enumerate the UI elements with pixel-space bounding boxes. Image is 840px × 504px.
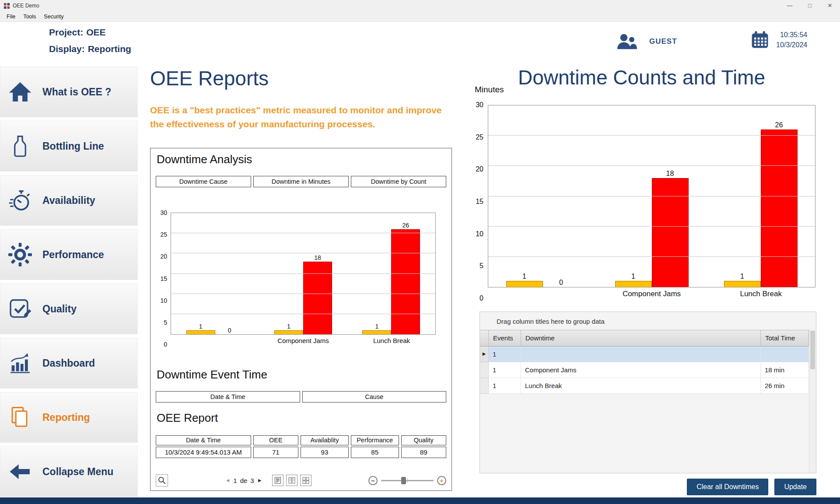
sidebar-item-label: Quality [42,303,77,315]
sidebar-item-performance[interactable]: Performance [0,229,138,280]
bar-value-label: 1 [199,323,203,330]
cell-downtime: Component Jams [521,362,761,378]
gridline [488,196,815,196]
clear-all-downtimes-button[interactable]: Clear all Downtimes [687,479,768,495]
cell-events: 1 [489,378,521,394]
downtime-in-minutes-bar [652,178,689,287]
display-line: Display:Reporting [49,44,131,54]
minimize-button[interactable]: — [780,0,800,11]
y-axis-label: Minutes [475,85,504,94]
column-header-date-time: Date & Time [156,435,251,445]
sidebar-item-what-is-oee[interactable]: What is OEE ? [0,66,138,117]
zoom-slider-thumb[interactable] [401,477,406,484]
cell-events: 1 [489,346,521,362]
previous-page-icon[interactable]: ◄ [225,477,230,483]
single-page-view-button[interactable] [272,475,284,486]
bar-wrap: 1 [362,213,391,334]
bar-wrap: 1 [724,105,761,287]
title-bar: OEE Demo — □ ✕ [0,0,840,11]
grid-scrollbar[interactable] [809,329,816,473]
sidebar-item-reporting[interactable]: Reporting [0,392,138,443]
cell-downtime: Lunch Break [521,378,761,394]
user-name: GUEST [649,37,677,46]
zoom-in-button[interactable]: + [437,476,446,485]
menu-security[interactable]: Security [40,11,67,22]
bar-group: 10 [488,105,597,287]
x-axis-category-label [488,287,597,298]
report-search-button[interactable] [156,474,168,486]
app-icon [4,3,10,9]
two-page-view-button[interactable] [286,475,298,486]
column-header-oee: OEE [253,435,298,445]
downtime-by-count-bar [186,330,215,334]
chart-plot-area: 10118126 [171,213,436,335]
window-title: OEE Demo [13,3,39,9]
bar-value-label: 0 [228,327,231,334]
total-pages: 3 [250,477,254,484]
bar-value-label: 18 [314,254,321,261]
zoom-controls: − + [368,476,446,485]
sidebar-item-bottling-line[interactable]: Bottling Line [0,121,138,172]
collapse-arrow-icon [7,462,34,481]
app-header: Project:OEE Display:Reporting GUEST [0,22,840,66]
zoom-slider[interactable] [381,476,434,485]
multi-page-view-button[interactable] [300,475,312,486]
main-content: OEE Reports OEE is a "best practices" me… [138,66,840,497]
column-header-downtime[interactable]: Downtime [521,330,761,346]
y-axis-tick-label: 15 [476,198,483,206]
sidebar-item-availability[interactable]: Availability [0,175,138,226]
column-header-downtime-count: Downtime by Count [351,176,446,187]
time-display: 10:35:54 10/3/2024 [776,30,807,50]
cell-total-time: 18 min [761,362,809,378]
downtime-by-count-bar [615,281,652,287]
gridline [488,135,815,136]
cell-quality: 89 [401,447,446,458]
single-page-icon [274,477,281,484]
next-page-icon[interactable]: ► [257,477,262,483]
chart-plot-wrap: 10118126 Component JamsLunch Break [171,213,436,344]
downtime-by-count-bar [506,281,543,287]
two-page-icon [288,477,295,484]
downtime-bar-chart-large: 051015202530 10118126 Component JamsLunc… [473,105,816,298]
display-value: Reporting [88,44,131,54]
downtime-pane: Downtime Counts and Time Minutes 0510152… [461,66,840,497]
y-axis-tick-label: 25 [476,133,483,141]
maximize-button[interactable]: □ [800,0,820,11]
grid-row[interactable]: 1 Component Jams 18 min [480,362,809,378]
zoom-out-button[interactable]: − [368,476,378,485]
column-header-events[interactable]: Events [489,330,521,346]
grid-row[interactable]: 1 Lunch Break 26 min [480,378,809,394]
bar-group: 126 [706,105,815,287]
chart-x-axis: Component JamsLunch Break [488,287,816,298]
bar-value-label: 1 [740,273,744,280]
column-header-downtime-cause: Downtime Cause [156,176,251,187]
display-label: Display: [49,44,85,54]
bar-wrap: 1 [274,213,303,334]
cell-date-time: 10/3/2024 9:49:54.013 AM [156,447,251,458]
sidebar-item-quality[interactable]: Quality [0,284,138,334]
grid-row[interactable]: ▶ 1 [480,346,809,362]
quality-check-icon [7,297,34,321]
downtime-event-time-title: Downtime Event Time [157,368,446,382]
group-by-hint: Drag column titles here to group data [480,312,816,330]
x-axis-category-label: Component Jams [597,287,707,298]
sidebar-item-collapse-menu[interactable]: Collapse Menu [0,446,138,497]
menu-tools[interactable]: Tools [19,11,40,22]
bar-wrap: 1 [186,213,215,334]
scrollbar-thumb[interactable] [810,331,815,369]
y-axis-tick-label: 5 [164,319,167,326]
update-button[interactable]: Update [774,479,816,495]
menu-file[interactable]: File [3,11,19,22]
zoom-slider-midtick [407,478,408,483]
gridline [171,253,435,253]
gridline [171,233,435,233]
column-header-performance: Performance [351,435,399,445]
close-button[interactable]: ✕ [820,0,840,11]
sidebar-item-dashboard[interactable]: Dashboard [0,338,138,388]
status-strip [0,497,840,504]
column-header-total-time[interactable]: Total Time [761,330,809,346]
project-line: Project:OEE [49,27,106,38]
current-row-pointer-icon: ▶ [483,351,486,356]
bar-group: 118 [597,105,706,287]
y-axis-tick-label: 30 [160,209,167,216]
